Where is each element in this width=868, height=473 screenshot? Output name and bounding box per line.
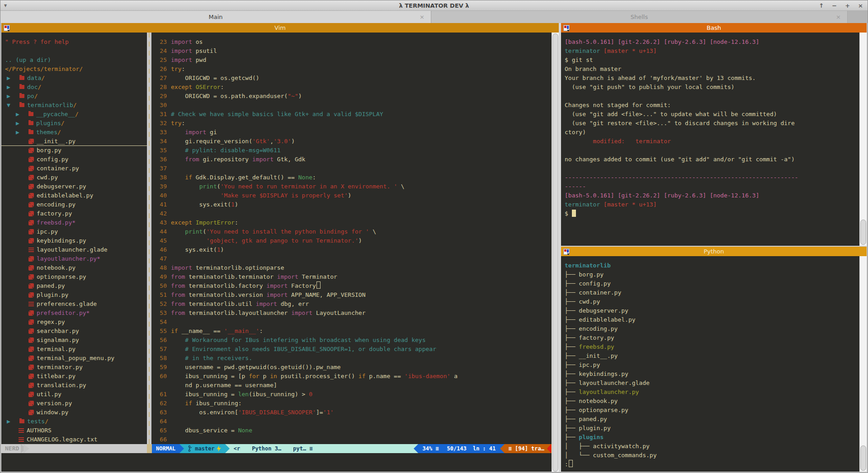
terminal-line: editablelabel.py [1, 191, 147, 200]
terminal-line: ctory) [565, 128, 867, 137]
vim-code-buffer[interactable]: 23import os24import psutil25import pwd26… [151, 33, 552, 444]
text-segment: print [185, 228, 203, 235]
bash-terminal[interactable]: [bash-5.0.161] [git-2.26.2] [ruby-2.6.3]… [561, 33, 867, 246]
line-number: 60 [151, 372, 167, 381]
vim-statusline: NERD NORMAL master [1, 444, 552, 453]
maximize-button[interactable]: + [845, 2, 850, 9]
terminal-line: terminatorlib [565, 261, 867, 270]
window-titlebar[interactable]: ▼ λ TERMINATOR DEV λ ↑ − + × [0, 0, 868, 11]
tab-shells[interactable]: Shells × [431, 11, 848, 23]
python-scrollbar[interactable] [859, 256, 867, 472]
text-segment: import [277, 273, 298, 280]
text-segment: '__main__' [224, 328, 259, 334]
text-segment: terminatorlib.util [185, 300, 256, 307]
python-pane-grid-icon[interactable] [563, 248, 570, 255]
tab-shells-close-icon[interactable]: × [836, 14, 841, 20]
tree-collapsed-icon[interactable]: ▶ [16, 119, 28, 128]
tree-collapsed-icon[interactable]: ▶ [16, 110, 28, 119]
text-segment: Factory [288, 282, 316, 289]
terminal-line: ----------------------------------------… [565, 173, 867, 182]
text-segment: tests [27, 418, 45, 425]
python-file-icon [28, 283, 34, 289]
rollup-button[interactable]: ↑ [819, 2, 824, 9]
text-segment: config.py [37, 156, 68, 163]
terminal-line: ├── plugins [565, 433, 867, 442]
vim-scrollbar-thumb[interactable] [552, 33, 558, 472]
minimize-button[interactable]: − [832, 2, 837, 9]
text-segment: '1' [323, 409, 334, 416]
text-segment: / [45, 418, 48, 425]
text-segment: borg.py [37, 147, 61, 154]
terminal-line: searchbar.py [1, 327, 147, 336]
bash-pane-grid-icon[interactable] [563, 25, 570, 31]
text-segment: import [266, 291, 288, 298]
text-segment: \ [369, 228, 376, 235]
tree-collapsed-icon[interactable]: ▶ [7, 83, 19, 92]
terminal-line [1, 47, 147, 56]
text-segment: Your branch is ahead of 'myfork/master' … [565, 75, 756, 81]
text-segment: print [199, 183, 217, 190]
terminal-line: 56 # Workaround for IBus intefering with… [151, 336, 552, 345]
python-file-icon [28, 337, 34, 343]
vim-pane: Vim " Press ? for help.. (up a dir)</Pro… [1, 23, 559, 472]
line-number: 29 [151, 92, 167, 101]
tree-collapsed-icon[interactable]: ▶ [7, 417, 19, 426]
vim-pane-grid-icon[interactable] [4, 25, 10, 31]
text-segment: ├── config.py [565, 280, 611, 287]
text-segment: import [266, 282, 288, 289]
bash-scrollbar-thumb[interactable] [860, 220, 866, 245]
text-segment: pwd [192, 56, 206, 63]
python-pane-titlebar[interactable]: Python [561, 247, 867, 256]
text-segment: ├── keybindings.py [565, 370, 628, 377]
terminal-line: 47 [151, 254, 552, 263]
tree-collapsed-icon[interactable]: ▶ [7, 74, 19, 83]
tab-main[interactable]: Main × [0, 11, 431, 23]
vim-scrollbar[interactable] [552, 33, 559, 472]
terminal-line: (use "git restore <file>..." to discard … [565, 119, 867, 128]
text-segment: layoutlauncher.py* [37, 255, 100, 262]
line-number: 50 [151, 281, 167, 290]
text-segment [171, 174, 185, 181]
vim-pane-titlebar[interactable]: Vim [1, 23, 559, 33]
tab-main-close-icon[interactable]: × [420, 14, 425, 20]
text-segment: for [249, 373, 259, 379]
tree-collapsed-icon[interactable]: ▶ [16, 128, 28, 137]
bash-scrollbar[interactable] [859, 33, 867, 246]
python-scrollbar-thumb[interactable] [860, 445, 866, 471]
line-number: 33 [151, 128, 167, 137]
tree-expanded-icon[interactable]: ▼ [7, 101, 19, 110]
text-segment: optionparse.py [37, 273, 86, 280]
python-file-icon [28, 401, 34, 406]
text-segment: / [73, 102, 77, 108]
text-segment: On branch master [565, 66, 621, 72]
line-number: 24 [151, 47, 167, 56]
tree-collapsed-icon[interactable]: ▶ [7, 92, 19, 101]
vim-terminal[interactable]: " Press ? for help.. (up a dir)</Project… [1, 33, 559, 472]
text-segment: / [75, 111, 79, 117]
cursor-hollow [569, 460, 573, 467]
python-file-icon [28, 365, 34, 370]
text-segment: '3.0' [274, 138, 291, 145]
terminal-line: ▶tests/ [1, 417, 147, 426]
line-number: 54 [151, 318, 167, 327]
python-terminal[interactable]: terminatorlib├── borg.py├── config.py├──… [561, 256, 867, 472]
line-number: 23 [151, 37, 167, 47]
terminal-line: terminator [master * u+13] [565, 200, 867, 209]
terminal-line: 51from terminatorlib.version import APP_… [151, 290, 552, 300]
text-segment: ) [221, 246, 224, 253]
close-button[interactable]: × [858, 2, 863, 9]
line-number: 57 [151, 345, 167, 354]
python-file-icon [28, 238, 34, 244]
text-segment: from [171, 282, 185, 289]
terminal-line: ├── config.py [565, 279, 867, 288]
text-file-icon [19, 437, 24, 442]
text-segment: ├── container.py [565, 289, 621, 296]
bash-pane-titlebar[interactable]: Bash [561, 23, 867, 33]
text-segment: 'You need to run terminator in an X envi… [221, 183, 397, 190]
nerdtree-panel[interactable]: " Press ? for help.. (up a dir)</Project… [1, 33, 147, 444]
terminal-line: signalman.py [1, 336, 147, 345]
text-segment: : [259, 328, 263, 334]
text-segment [171, 237, 206, 244]
line-number: 27 [151, 74, 167, 83]
terminal-line: 54 [151, 318, 552, 327]
